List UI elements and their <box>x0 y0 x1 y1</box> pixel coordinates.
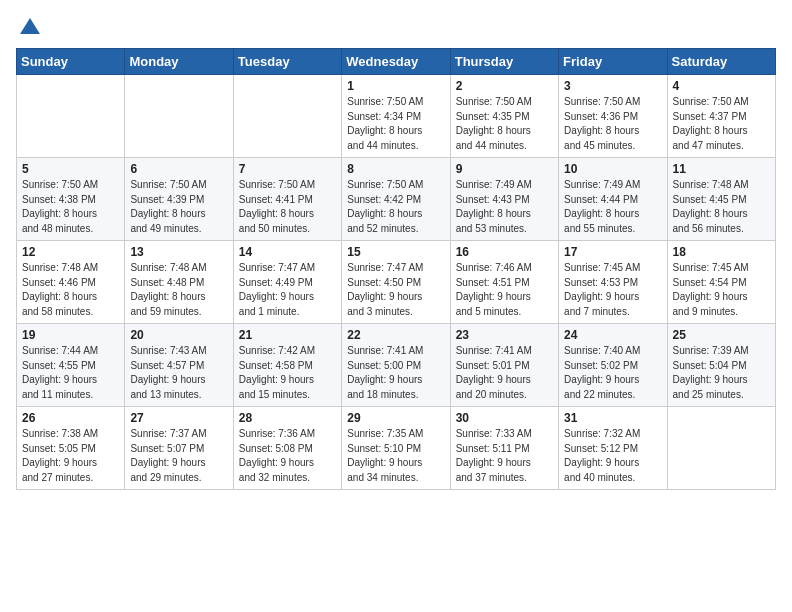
day-info: Sunrise: 7:47 AM Sunset: 4:50 PM Dayligh… <box>347 261 444 319</box>
day-info: Sunrise: 7:41 AM Sunset: 5:01 PM Dayligh… <box>456 344 553 402</box>
calendar-cell: 10Sunrise: 7:49 AM Sunset: 4:44 PM Dayli… <box>559 158 667 241</box>
calendar-cell: 13Sunrise: 7:48 AM Sunset: 4:48 PM Dayli… <box>125 241 233 324</box>
calendar-cell: 9Sunrise: 7:49 AM Sunset: 4:43 PM Daylig… <box>450 158 558 241</box>
day-info: Sunrise: 7:47 AM Sunset: 4:49 PM Dayligh… <box>239 261 336 319</box>
day-info: Sunrise: 7:38 AM Sunset: 5:05 PM Dayligh… <box>22 427 119 485</box>
calendar-cell: 22Sunrise: 7:41 AM Sunset: 5:00 PM Dayli… <box>342 324 450 407</box>
day-number: 28 <box>239 411 336 425</box>
day-info: Sunrise: 7:50 AM Sunset: 4:41 PM Dayligh… <box>239 178 336 236</box>
day-number: 14 <box>239 245 336 259</box>
day-info: Sunrise: 7:43 AM Sunset: 4:57 PM Dayligh… <box>130 344 227 402</box>
calendar-cell: 28Sunrise: 7:36 AM Sunset: 5:08 PM Dayli… <box>233 407 341 490</box>
day-number: 22 <box>347 328 444 342</box>
calendar-body: 1Sunrise: 7:50 AM Sunset: 4:34 PM Daylig… <box>17 75 776 490</box>
day-of-week-monday: Monday <box>125 49 233 75</box>
day-of-week-saturday: Saturday <box>667 49 775 75</box>
day-info: Sunrise: 7:50 AM Sunset: 4:38 PM Dayligh… <box>22 178 119 236</box>
day-info: Sunrise: 7:50 AM Sunset: 4:34 PM Dayligh… <box>347 95 444 153</box>
day-number: 5 <box>22 162 119 176</box>
calendar-cell: 5Sunrise: 7:50 AM Sunset: 4:38 PM Daylig… <box>17 158 125 241</box>
day-of-week-tuesday: Tuesday <box>233 49 341 75</box>
calendar-cell <box>233 75 341 158</box>
day-of-week-friday: Friday <box>559 49 667 75</box>
day-info: Sunrise: 7:48 AM Sunset: 4:48 PM Dayligh… <box>130 261 227 319</box>
day-info: Sunrise: 7:37 AM Sunset: 5:07 PM Dayligh… <box>130 427 227 485</box>
calendar-cell <box>17 75 125 158</box>
svg-marker-0 <box>20 18 40 34</box>
calendar-cell: 24Sunrise: 7:40 AM Sunset: 5:02 PM Dayli… <box>559 324 667 407</box>
day-info: Sunrise: 7:35 AM Sunset: 5:10 PM Dayligh… <box>347 427 444 485</box>
calendar-cell: 16Sunrise: 7:46 AM Sunset: 4:51 PM Dayli… <box>450 241 558 324</box>
calendar-cell: 15Sunrise: 7:47 AM Sunset: 4:50 PM Dayli… <box>342 241 450 324</box>
day-info: Sunrise: 7:40 AM Sunset: 5:02 PM Dayligh… <box>564 344 661 402</box>
day-info: Sunrise: 7:33 AM Sunset: 5:11 PM Dayligh… <box>456 427 553 485</box>
day-number: 26 <box>22 411 119 425</box>
calendar-cell: 6Sunrise: 7:50 AM Sunset: 4:39 PM Daylig… <box>125 158 233 241</box>
day-number: 25 <box>673 328 770 342</box>
logo <box>16 16 42 40</box>
day-info: Sunrise: 7:41 AM Sunset: 5:00 PM Dayligh… <box>347 344 444 402</box>
week-row: 26Sunrise: 7:38 AM Sunset: 5:05 PM Dayli… <box>17 407 776 490</box>
day-info: Sunrise: 7:50 AM Sunset: 4:36 PM Dayligh… <box>564 95 661 153</box>
day-number: 13 <box>130 245 227 259</box>
calendar-cell: 23Sunrise: 7:41 AM Sunset: 5:01 PM Dayli… <box>450 324 558 407</box>
day-number: 7 <box>239 162 336 176</box>
calendar-table: SundayMondayTuesdayWednesdayThursdayFrid… <box>16 48 776 490</box>
calendar-header: SundayMondayTuesdayWednesdayThursdayFrid… <box>17 49 776 75</box>
day-info: Sunrise: 7:49 AM Sunset: 4:43 PM Dayligh… <box>456 178 553 236</box>
day-number: 27 <box>130 411 227 425</box>
calendar-cell: 26Sunrise: 7:38 AM Sunset: 5:05 PM Dayli… <box>17 407 125 490</box>
day-info: Sunrise: 7:50 AM Sunset: 4:37 PM Dayligh… <box>673 95 770 153</box>
week-row: 12Sunrise: 7:48 AM Sunset: 4:46 PM Dayli… <box>17 241 776 324</box>
calendar-cell: 20Sunrise: 7:43 AM Sunset: 4:57 PM Dayli… <box>125 324 233 407</box>
day-number: 16 <box>456 245 553 259</box>
calendar-cell: 19Sunrise: 7:44 AM Sunset: 4:55 PM Dayli… <box>17 324 125 407</box>
calendar-cell: 21Sunrise: 7:42 AM Sunset: 4:58 PM Dayli… <box>233 324 341 407</box>
day-info: Sunrise: 7:50 AM Sunset: 4:42 PM Dayligh… <box>347 178 444 236</box>
day-number: 30 <box>456 411 553 425</box>
calendar-cell: 8Sunrise: 7:50 AM Sunset: 4:42 PM Daylig… <box>342 158 450 241</box>
day-info: Sunrise: 7:44 AM Sunset: 4:55 PM Dayligh… <box>22 344 119 402</box>
calendar-cell: 18Sunrise: 7:45 AM Sunset: 4:54 PM Dayli… <box>667 241 775 324</box>
day-info: Sunrise: 7:45 AM Sunset: 4:54 PM Dayligh… <box>673 261 770 319</box>
day-number: 12 <box>22 245 119 259</box>
day-number: 10 <box>564 162 661 176</box>
day-info: Sunrise: 7:36 AM Sunset: 5:08 PM Dayligh… <box>239 427 336 485</box>
calendar-cell: 2Sunrise: 7:50 AM Sunset: 4:35 PM Daylig… <box>450 75 558 158</box>
day-of-week-thursday: Thursday <box>450 49 558 75</box>
day-info: Sunrise: 7:50 AM Sunset: 4:39 PM Dayligh… <box>130 178 227 236</box>
day-info: Sunrise: 7:45 AM Sunset: 4:53 PM Dayligh… <box>564 261 661 319</box>
day-number: 31 <box>564 411 661 425</box>
day-number: 20 <box>130 328 227 342</box>
day-number: 18 <box>673 245 770 259</box>
day-of-week-sunday: Sunday <box>17 49 125 75</box>
calendar-container: SundayMondayTuesdayWednesdayThursdayFrid… <box>0 0 792 502</box>
day-number: 21 <box>239 328 336 342</box>
calendar-cell: 30Sunrise: 7:33 AM Sunset: 5:11 PM Dayli… <box>450 407 558 490</box>
day-number: 4 <box>673 79 770 93</box>
day-number: 9 <box>456 162 553 176</box>
logo-icon <box>18 16 42 40</box>
calendar-cell: 4Sunrise: 7:50 AM Sunset: 4:37 PM Daylig… <box>667 75 775 158</box>
calendar-cell: 29Sunrise: 7:35 AM Sunset: 5:10 PM Dayli… <box>342 407 450 490</box>
day-info: Sunrise: 7:48 AM Sunset: 4:45 PM Dayligh… <box>673 178 770 236</box>
day-number: 1 <box>347 79 444 93</box>
header <box>16 16 776 40</box>
day-number: 17 <box>564 245 661 259</box>
calendar-cell: 7Sunrise: 7:50 AM Sunset: 4:41 PM Daylig… <box>233 158 341 241</box>
day-info: Sunrise: 7:50 AM Sunset: 4:35 PM Dayligh… <box>456 95 553 153</box>
day-number: 29 <box>347 411 444 425</box>
day-number: 15 <box>347 245 444 259</box>
day-of-week-wednesday: Wednesday <box>342 49 450 75</box>
calendar-cell: 14Sunrise: 7:47 AM Sunset: 4:49 PM Dayli… <box>233 241 341 324</box>
week-row: 1Sunrise: 7:50 AM Sunset: 4:34 PM Daylig… <box>17 75 776 158</box>
day-number: 23 <box>456 328 553 342</box>
day-info: Sunrise: 7:42 AM Sunset: 4:58 PM Dayligh… <box>239 344 336 402</box>
calendar-cell: 27Sunrise: 7:37 AM Sunset: 5:07 PM Dayli… <box>125 407 233 490</box>
day-info: Sunrise: 7:32 AM Sunset: 5:12 PM Dayligh… <box>564 427 661 485</box>
calendar-cell: 17Sunrise: 7:45 AM Sunset: 4:53 PM Dayli… <box>559 241 667 324</box>
calendar-cell: 31Sunrise: 7:32 AM Sunset: 5:12 PM Dayli… <box>559 407 667 490</box>
day-info: Sunrise: 7:49 AM Sunset: 4:44 PM Dayligh… <box>564 178 661 236</box>
day-number: 6 <box>130 162 227 176</box>
day-number: 2 <box>456 79 553 93</box>
